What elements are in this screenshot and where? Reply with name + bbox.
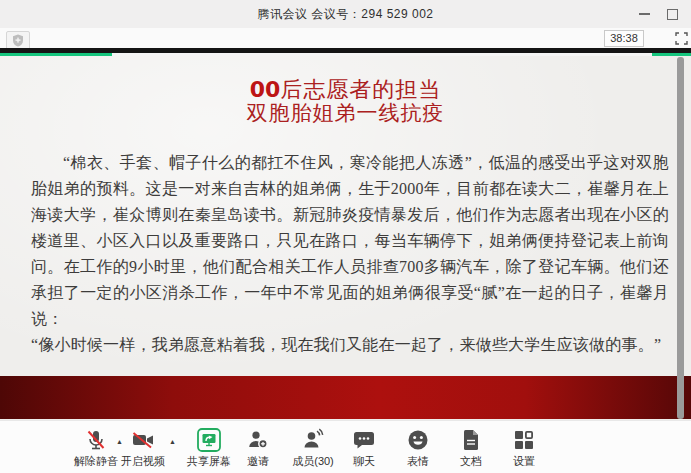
slide-title-line1: 00后志愿者的担当 <box>0 78 691 101</box>
vertical-scrollbar[interactable] <box>677 57 684 419</box>
microphone-muted-icon <box>84 428 108 452</box>
members-icon <box>301 428 325 452</box>
meeting-subbar: 38:38 <box>0 28 691 48</box>
meeting-title: 腾讯会议 会议号：294 529 002 <box>0 6 691 23</box>
window-titlebar: 腾讯会议 会议号：294 529 002 <box>0 0 691 29</box>
members-label: 成员(30) <box>292 454 334 469</box>
start-video-label: 开启视频 <box>121 454 165 469</box>
settings-button[interactable]: 设置 <box>492 428 556 469</box>
emoji-label: 表情 <box>407 454 429 469</box>
minimize-button[interactable] <box>631 0 657 28</box>
minimize-icon <box>639 13 650 15</box>
maximize-button[interactable] <box>659 0 685 28</box>
meeting-toolbar: 解除静音 ▲ 开启视频 ▲ 共享屏幕 <box>0 420 691 473</box>
invite-label: 邀请 <box>247 454 269 469</box>
chat-icon <box>352 428 376 452</box>
slide-title: 00后志愿者的担当 双胞胎姐弟一线抗疫 <box>0 78 691 125</box>
fullscreen-icon <box>675 32 688 45</box>
slide-title-line2: 双胞胎姐弟一线抗疫 <box>0 102 691 125</box>
slide-paragraph-2: “像小时候一样，我弟愿意粘着我，现在我们又能在一起了，来做些大学生应该做的事。” <box>31 332 669 358</box>
settings-label: 设置 <box>513 454 535 469</box>
share-screen-icon <box>197 428 221 452</box>
slide-body-text: “棉衣、手套、帽子什么的都扛不住风，寒冷能把人冻透”，低温的感受出乎这对双胞胎姐… <box>31 150 669 358</box>
shared-slide: 00后志愿者的担当 双胞胎姐弟一线抗疫 “棉衣、手套、帽子什么的都扛不住风，寒冷… <box>0 56 691 420</box>
slide-title-00: 00 <box>250 77 281 102</box>
fullscreen-button[interactable] <box>673 30 689 46</box>
settings-icon <box>512 428 536 452</box>
document-icon <box>459 428 483 452</box>
video-options-caret[interactable]: ▲ <box>169 438 176 445</box>
slide-footer-red-band <box>0 376 691 419</box>
shield-icon <box>12 34 24 47</box>
slide-paragraph-1: “棉衣、手套、帽子什么的都扛不住风，寒冷能把人冻透”，低温的感受出乎这对双胞胎姐… <box>31 150 669 332</box>
documents-label: 文档 <box>460 454 482 469</box>
chat-label: 聊天 <box>353 454 375 469</box>
tencent-meeting-window: 腾讯会议 会议号：294 529 002 38:38 00后志愿者的担当 双胞胎… <box>0 0 691 473</box>
invite-icon <box>246 428 270 452</box>
emoji-icon <box>406 428 430 452</box>
meeting-timer: 38:38 <box>604 30 644 47</box>
camera-off-icon <box>130 428 156 452</box>
maximize-icon <box>667 9 678 20</box>
share-screen-label: 共享屏幕 <box>187 454 231 469</box>
start-video-button[interactable]: 开启视频 <box>111 428 175 469</box>
